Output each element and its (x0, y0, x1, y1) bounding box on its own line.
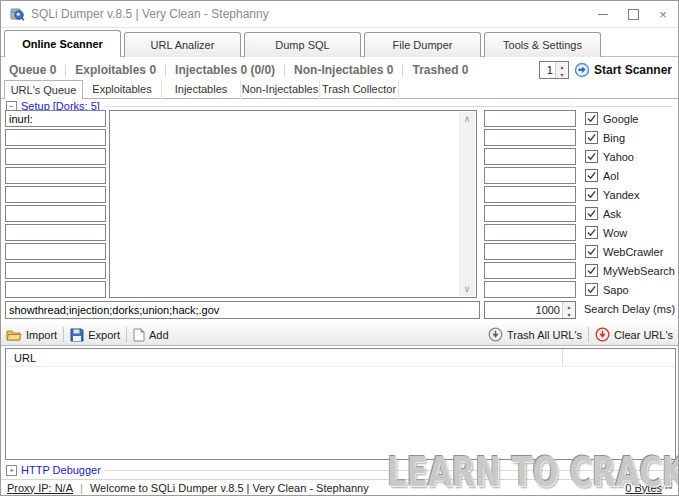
engine-row: Google (484, 110, 674, 127)
main-tabstrip: Online Scanner URL Analizer Dump SQL Fil… (4, 30, 678, 57)
clear-urls-button[interactable]: Clear URL's (595, 327, 673, 342)
scroll-down-icon[interactable]: ∨ (464, 284, 471, 294)
dork-prefix-input[interactable] (5, 243, 106, 260)
subtab-trash-collector[interactable]: Trash Collector (320, 80, 399, 99)
resize-grip[interactable] (669, 486, 672, 489)
start-scanner-button[interactable]: Start Scanner (574, 62, 672, 78)
tab-dump-sql[interactable]: Dump SQL (244, 32, 361, 57)
engine-row: Yandex (484, 186, 674, 203)
dork-prefix-input[interactable] (5, 262, 106, 279)
http-debugger-label[interactable]: HTTP Debugger (21, 464, 101, 476)
engine-query-input[interactable] (484, 243, 576, 260)
engine-query-input[interactable] (484, 129, 576, 146)
engine-query-input[interactable] (484, 205, 576, 222)
engine-checkbox-mywebsearch[interactable] (585, 264, 598, 277)
engine-query-input[interactable] (484, 186, 576, 203)
engine-row: Sapo (484, 281, 674, 298)
engine-query-input[interactable] (484, 167, 576, 184)
engine-query-input[interactable] (484, 262, 576, 279)
engine-query-input[interactable] (484, 148, 576, 165)
spin-down-icon[interactable]: ▾ (556, 70, 568, 78)
subtab-injectables[interactable]: Injectables (162, 80, 241, 99)
toolbar-separator (588, 327, 589, 342)
divider (402, 64, 403, 77)
scroll-up-icon[interactable]: ∧ (464, 114, 471, 124)
export-button[interactable]: Export (70, 328, 120, 342)
engine-checkbox-aol[interactable] (585, 169, 598, 182)
status-bar: Proxy IP: N/A | Welcome to SQLi Dumper v… (1, 479, 678, 495)
group-rule (105, 470, 673, 471)
dork-prefix-input[interactable] (5, 205, 106, 222)
url-column-header[interactable]: URL (14, 352, 36, 364)
maximize-button[interactable] (618, 1, 648, 27)
threads-stepper[interactable]: 1 ▴ ▾ (539, 61, 569, 79)
dork-prefix-column (5, 110, 106, 298)
minimize-button[interactable] (588, 1, 618, 27)
trash-all-label: Trash All URL's (507, 329, 582, 341)
tab-tools-settings[interactable]: Tools & Settings (484, 32, 601, 57)
dork-prefix-input[interactable] (5, 129, 106, 146)
engine-checkbox-sapo[interactable] (585, 283, 598, 296)
dork-prefix-input[interactable] (5, 110, 106, 127)
start-scanner-cluster: 1 ▴ ▾ Start Scanner (539, 61, 672, 79)
spin-up-icon[interactable]: ▴ (563, 302, 575, 310)
search-engines-column: Google Bing Yahoo Aol Yandex Ask (484, 110, 674, 298)
clear-urls-label: Clear URL's (614, 329, 673, 341)
vertical-scrollbar[interactable]: ∧ ∨ (459, 112, 475, 296)
dork-prefix-input[interactable] (5, 186, 106, 203)
import-button[interactable]: Import (6, 328, 57, 342)
http-debugger-header: + HTTP Debugger (6, 464, 673, 476)
engine-checkbox-wow[interactable] (585, 226, 598, 239)
search-delay-stepper[interactable]: 1000 ▴ ▾ (484, 301, 576, 319)
engine-label: Sapo (603, 284, 629, 296)
stat-trashed: Trashed 0 (412, 63, 468, 77)
engine-checkbox-yandex[interactable] (585, 188, 598, 201)
status-message: Welcome to SQLi Dumper v.8.5 | Very Clea… (90, 482, 369, 494)
expand-icon[interactable]: + (6, 465, 17, 476)
subtab-non-injectables[interactable]: Non-Injectables (241, 80, 320, 99)
engine-checkbox-ask[interactable] (585, 207, 598, 220)
engine-checkbox-google[interactable] (585, 112, 598, 125)
engine-checkbox-yahoo[interactable] (585, 150, 598, 163)
tab-url-analizer[interactable]: URL Analizer (124, 32, 241, 57)
url-list[interactable]: URL (5, 348, 676, 460)
start-scanner-icon (574, 62, 590, 78)
engine-query-input[interactable] (484, 110, 576, 127)
subtab-exploitables[interactable]: Exploitables (83, 80, 162, 99)
engine-row: Wow (484, 224, 674, 241)
engine-query-input[interactable] (484, 281, 576, 298)
engine-label: Bing (603, 132, 625, 144)
dork-prefix-input[interactable] (5, 224, 106, 241)
engine-checkbox-bing[interactable] (585, 131, 598, 144)
dork-prefix-input[interactable] (5, 148, 106, 165)
app-window: SQLi Dumper v.8.5 | Very Clean - Stephan… (0, 0, 679, 496)
proxy-ip-link[interactable]: Proxy IP: N/A (7, 482, 73, 494)
keywords-input[interactable] (5, 301, 480, 319)
stat-injectables: Injectables 0 (0/0) (175, 63, 275, 77)
engine-row: Bing (484, 129, 674, 146)
engine-row: Ask (484, 205, 674, 222)
engine-query-input[interactable] (484, 224, 576, 241)
engine-checkbox-webcrawler[interactable] (585, 245, 598, 258)
status-separator: | (80, 482, 83, 494)
stat-exploitables: Exploitables 0 (75, 63, 156, 77)
url-list-header[interactable]: URL (6, 349, 675, 367)
app-icon (9, 6, 25, 22)
spin-down-icon[interactable]: ▾ (563, 310, 575, 318)
keywords-field-wrap (5, 301, 480, 319)
close-button[interactable]: × (648, 1, 678, 27)
dorks-textarea[interactable]: ∧ ∨ (109, 110, 477, 298)
tab-file-dumper[interactable]: File Dumper (364, 32, 481, 57)
search-delay-label: Search Delay (ms) (584, 303, 675, 315)
start-scanner-label: Start Scanner (594, 63, 672, 77)
tab-online-scanner[interactable]: Online Scanner (4, 30, 121, 57)
trash-all-icon (488, 327, 503, 342)
engine-row: WebCrawler (484, 243, 674, 260)
dork-prefix-input[interactable] (5, 281, 106, 298)
dork-prefix-input[interactable] (5, 167, 106, 184)
add-button[interactable]: Add (133, 328, 169, 342)
subtab-urls-queue[interactable]: URL's Queue (4, 80, 83, 99)
trash-all-urls-button[interactable]: Trash All URL's (488, 327, 582, 342)
spin-up-icon[interactable]: ▴ (556, 62, 568, 70)
toolbar-right-group: Trash All URL's Clear URL's (488, 327, 673, 342)
